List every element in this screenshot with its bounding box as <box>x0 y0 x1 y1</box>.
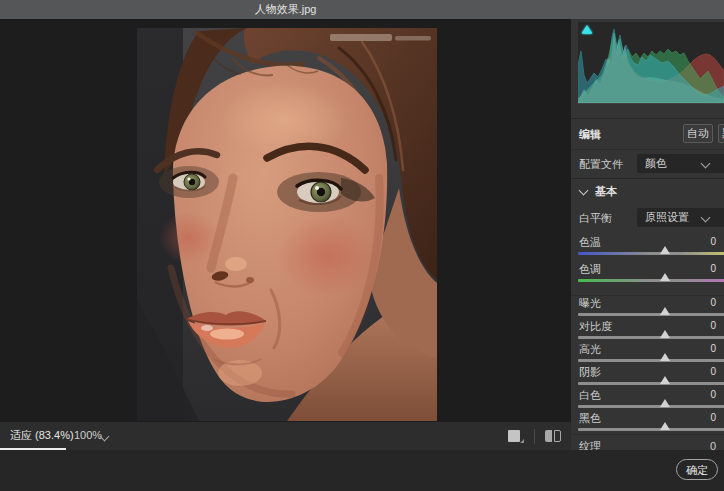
shadow-clipping-icon[interactable] <box>581 25 593 34</box>
slider-thumb[interactable] <box>660 307 670 315</box>
slider-row-shadows: 阴影 0 <box>571 365 724 385</box>
slider-value: 0 <box>710 342 716 356</box>
fit-zoom-label: 适应 (83.4%) <box>10 429 74 441</box>
profile-selected-value: 颜色 <box>645 157 667 169</box>
slider-thumb[interactable] <box>660 376 670 384</box>
slider-thumb[interactable] <box>660 399 670 407</box>
slider-value: 0 <box>710 296 716 310</box>
slider-row-temperature: 色温 0 <box>571 233 724 255</box>
tint-slider[interactable] <box>578 279 724 282</box>
chevron-down-icon <box>701 213 711 223</box>
preview-mode-icon[interactable] <box>508 430 520 442</box>
slider-row-exposure: 曝光 0 <box>571 296 724 316</box>
after-pane-glyph <box>554 430 561 442</box>
zoom-level-value: 100% <box>74 429 102 441</box>
slider-label: 阴影 <box>579 365 601 379</box>
ok-button[interactable]: 确定 <box>676 459 718 480</box>
slider-thumb[interactable] <box>660 353 670 361</box>
highlights-slider[interactable] <box>578 359 724 362</box>
white-balance-select[interactable]: 原照设置 <box>637 208 724 227</box>
slider-label: 曝光 <box>579 296 601 310</box>
slider-label: 高光 <box>579 342 601 356</box>
basic-section-header[interactable]: 基本 <box>571 179 724 203</box>
blacks-slider[interactable] <box>578 428 724 431</box>
slider-label: 白色 <box>579 388 601 402</box>
edit-panel: 编辑 自动 黑白 配置文件 颜色 基本 白平衡 原照设置 色 <box>571 19 724 450</box>
slider-row-blacks: 黑色 0 <box>571 411 724 431</box>
portrait-photo[interactable] <box>137 28 437 421</box>
slider-thumb[interactable] <box>660 422 670 430</box>
before-pane-glyph <box>545 430 552 442</box>
slider-label: 纹理 <box>579 439 601 450</box>
slider-thumb[interactable] <box>660 273 670 281</box>
exposure-slider[interactable] <box>578 313 724 316</box>
fit-zoom-tab[interactable]: 适应 (83.4%) <box>0 422 78 450</box>
slider-value: 0 <box>710 388 716 402</box>
slider-value: 0 <box>710 411 716 425</box>
titlebar: 人物效果.jpg <box>0 0 724 19</box>
slider-value: 0 <box>710 235 716 249</box>
zoom-level-select[interactable]: 100% <box>74 422 102 450</box>
profile-select[interactable]: 颜色 <box>637 154 724 173</box>
contrast-slider[interactable] <box>578 336 724 339</box>
auto-button[interactable]: 自动 <box>683 124 713 143</box>
slider-value: 0 <box>710 365 716 379</box>
temperature-slider[interactable] <box>578 252 724 255</box>
slider-value: 0 <box>710 262 716 276</box>
slider-row-contrast: 对比度 0 <box>571 319 724 339</box>
black-white-button[interactable]: 黑白 <box>718 124 724 143</box>
camera-raw-window: 人物效果.jpg <box>0 0 724 491</box>
footer-bar: 确定 <box>0 450 724 491</box>
slider-thumb[interactable] <box>660 246 670 254</box>
panel-divider <box>571 434 724 435</box>
slider-value: 0 <box>710 439 716 450</box>
slider-row-highlights: 高光 0 <box>571 342 724 362</box>
white-balance-selected-value: 原照设置 <box>645 211 689 223</box>
image-canvas[interactable] <box>0 19 571 422</box>
profile-label: 配置文件 <box>579 157 623 172</box>
slider-label: 对比度 <box>579 319 612 333</box>
toolbar-separator <box>534 429 535 444</box>
slider-value: 0 <box>710 319 716 333</box>
edit-section-title: 编辑 <box>579 127 601 142</box>
basic-section-title: 基本 <box>595 184 617 199</box>
expander-chevron-icon <box>579 186 589 196</box>
slider-row-whites: 白色 0 <box>571 388 724 408</box>
histogram[interactable] <box>578 22 724 104</box>
shadows-slider[interactable] <box>578 382 724 385</box>
whites-slider[interactable] <box>578 405 724 408</box>
chevron-down-icon <box>701 159 711 169</box>
before-after-view-icon[interactable] <box>545 430 561 442</box>
document-title: 人物效果.jpg <box>0 0 571 19</box>
slider-label: 色调 <box>579 262 601 276</box>
white-balance-label: 白平衡 <box>579 211 612 226</box>
slider-row-tint: 色调 0 <box>571 260 724 282</box>
edit-header-row: 编辑 自动 黑白 <box>571 119 724 149</box>
slider-label: 色温 <box>579 235 601 249</box>
status-bar: 适应 (83.4%) 100% <box>0 422 571 450</box>
portrait-illustration <box>137 28 437 421</box>
slider-label: 黑色 <box>579 411 601 425</box>
white-balance-row: 白平衡 原照设置 <box>571 203 724 233</box>
slider-row-texture: 纹理 0 <box>571 439 724 450</box>
profile-row: 配置文件 颜色 <box>571 150 724 178</box>
slider-thumb[interactable] <box>660 330 670 338</box>
histogram-chart <box>578 22 724 103</box>
